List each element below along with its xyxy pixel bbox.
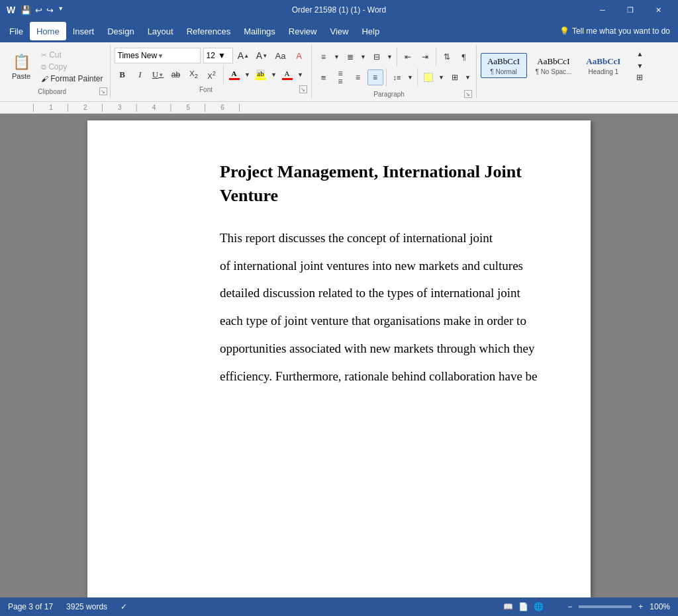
increase-indent-button[interactable]: ⇥ bbox=[417, 49, 433, 65]
multilevel-list-dropdown[interactable]: ▼ bbox=[386, 49, 394, 65]
font-size-selector[interactable]: 12 ▼ bbox=[203, 48, 233, 64]
font-expand-button[interactable]: ↘ bbox=[299, 85, 307, 93]
ruler-content: │ 1 │ 2 │ 3 │ 4 │ 5 │ 6 │ bbox=[5, 102, 673, 114]
line-spacing-button[interactable]: ↕≡ bbox=[389, 69, 405, 85]
style-heading1[interactable]: AaBbCcI Heading 1 bbox=[580, 53, 626, 78]
zoom-slider[interactable] bbox=[579, 605, 632, 608]
format-painter-button[interactable]: 🖌 Format Painter bbox=[38, 73, 105, 85]
font-size-dropdown-arrow: ▼ bbox=[218, 51, 230, 60]
style-normal[interactable]: AaBbCcI ¶ Normal bbox=[481, 53, 527, 78]
ribbon: 📋 Paste ✂ Cut ⧉ Copy 🖌 Format Painter bbox=[0, 42, 678, 102]
multilevel-list-button[interactable]: ⊟ bbox=[369, 49, 385, 65]
numbered-list-dropdown[interactable]: ▼ bbox=[360, 49, 367, 65]
strikethrough-button[interactable]: ab bbox=[168, 67, 184, 83]
copy-icon: ⧉ bbox=[41, 63, 46, 71]
style-normal-preview: AaBbCcI bbox=[487, 56, 520, 67]
tell-me-bar[interactable]: 💡 Tell me what you want to do bbox=[559, 26, 675, 36]
cut-button[interactable]: ✂ Cut bbox=[38, 49, 105, 61]
clear-formatting-button[interactable]: A bbox=[291, 48, 307, 64]
bullet-list-button[interactable]: ≡ bbox=[316, 49, 332, 65]
shading-button[interactable] bbox=[420, 69, 436, 85]
menu-review[interactable]: Review bbox=[282, 22, 324, 40]
align-center-button[interactable]: ≡≡ bbox=[333, 69, 349, 85]
styles-scroll-up[interactable]: ▲ bbox=[632, 48, 648, 60]
italic-button[interactable]: I bbox=[132, 67, 148, 83]
zoom-in-icon[interactable]: + bbox=[638, 602, 643, 611]
subscript-button[interactable]: X2 bbox=[186, 67, 202, 83]
font-color-2-button[interactable]: A bbox=[280, 67, 295, 82]
paragraph-group-label: Paragraph ↘ bbox=[316, 89, 472, 99]
eraser-icon: A bbox=[296, 51, 302, 61]
close-button[interactable]: ✕ bbox=[645, 0, 671, 20]
save-icon[interactable]: 💾 bbox=[21, 5, 31, 15]
title-bar-left: W 💾 ↩ ↪ ▼ bbox=[7, 5, 64, 15]
menu-design[interactable]: Design bbox=[101, 22, 140, 40]
bullet-list-dropdown[interactable]: ▼ bbox=[333, 49, 341, 65]
change-case-button[interactable]: Aa bbox=[273, 48, 289, 64]
paragraph-5: opportunities associated with new market… bbox=[220, 335, 538, 363]
restore-button[interactable]: ❐ bbox=[617, 0, 644, 20]
align-right-button[interactable]: ≡ bbox=[350, 69, 366, 85]
sort-button[interactable]: ⇅ bbox=[439, 49, 455, 65]
styles-scroll-down[interactable]: ▼ bbox=[632, 60, 648, 71]
shading-dropdown[interactable]: ▼ bbox=[438, 69, 446, 85]
print-view-icon[interactable]: 📄 bbox=[518, 602, 528, 611]
decrease-indent-button[interactable]: ⇤ bbox=[400, 49, 416, 65]
style-no-spacing-label: ¶ No Spac... bbox=[536, 68, 572, 75]
title-bar: W 💾 ↩ ↪ ▼ Order 21598 (1) (1) - Word ─ ❐… bbox=[0, 0, 678, 20]
styles-nav: ▲ ▼ ⊞ bbox=[632, 48, 648, 83]
redo-icon[interactable]: ↪ bbox=[46, 5, 54, 15]
para-sep1 bbox=[397, 48, 397, 66]
menu-references[interactable]: References bbox=[180, 22, 237, 40]
scissors-icon: ✂ bbox=[41, 51, 47, 60]
menu-view[interactable]: View bbox=[323, 22, 355, 40]
read-view-icon[interactable]: 📖 bbox=[503, 602, 513, 611]
font-color-2-dropdown[interactable]: ▼ bbox=[297, 67, 305, 83]
numbered-list-button[interactable]: ≣ bbox=[342, 49, 358, 65]
font-family-selector[interactable]: Times New R ▼ bbox=[115, 48, 201, 64]
text-highlight-dropdown[interactable]: ▼ bbox=[244, 67, 252, 83]
zoom-out-icon[interactable]: − bbox=[567, 602, 572, 611]
underline-button[interactable]: U ▼ bbox=[150, 67, 166, 83]
bold-button[interactable]: B bbox=[115, 67, 130, 83]
paragraph-6: efficiency. Furthermore, rationale behin… bbox=[220, 363, 538, 390]
menu-file[interactable]: File bbox=[3, 22, 30, 40]
text-highlight-color-button[interactable]: A bbox=[227, 67, 242, 82]
align-left-button[interactable]: ≡ bbox=[316, 69, 332, 85]
font-color-button[interactable]: ab bbox=[254, 67, 268, 82]
para-sep4 bbox=[417, 68, 418, 87]
font-group: Times New R ▼ 12 ▼ A▲ A▼ Aa A B I U bbox=[111, 45, 312, 98]
decrease-font-size-button[interactable]: A▼ bbox=[254, 48, 270, 64]
style-no-spacing[interactable]: AaBbCcI ¶ No Spac... bbox=[530, 53, 578, 78]
increase-font-size-button[interactable]: A▲ bbox=[236, 48, 252, 64]
customize-qat-icon[interactable]: ▼ bbox=[58, 5, 64, 15]
style-no-spacing-preview: AaBbCcI bbox=[537, 56, 569, 67]
paragraph-1: This report discusses the concept of int… bbox=[220, 224, 538, 252]
menu-bar: File Home Insert Design Layout Reference… bbox=[0, 20, 678, 42]
menu-home[interactable]: Home bbox=[30, 22, 66, 40]
show-formatting-button[interactable]: ¶ bbox=[456, 49, 472, 65]
justify-button[interactable]: ≡ bbox=[367, 69, 383, 85]
undo-icon[interactable]: ↩ bbox=[35, 5, 42, 15]
line-spacing-dropdown[interactable]: ▼ bbox=[407, 69, 414, 85]
document-page[interactable]: Project Management, International Joint … bbox=[87, 120, 591, 597]
menu-mailings[interactable]: Mailings bbox=[237, 22, 282, 40]
styles-more-button[interactable]: ⊞ bbox=[632, 71, 648, 83]
font-color-dropdown[interactable]: ▼ bbox=[270, 67, 278, 83]
paste-button[interactable]: 📋 Paste bbox=[7, 48, 36, 86]
menu-insert[interactable]: Insert bbox=[66, 22, 101, 40]
clipboard-right: ✂ Cut ⧉ Copy 🖌 Format Painter bbox=[36, 48, 107, 86]
menu-help[interactable]: Help bbox=[355, 22, 386, 40]
border-dropdown[interactable]: ▼ bbox=[464, 69, 472, 85]
menu-layout[interactable]: Layout bbox=[141, 22, 180, 40]
border-button[interactable]: ⊞ bbox=[447, 69, 463, 85]
web-view-icon[interactable]: 🌐 bbox=[534, 602, 544, 611]
paragraph-expand-button[interactable]: ↘ bbox=[464, 90, 472, 98]
minimize-button[interactable]: ─ bbox=[589, 0, 616, 20]
clipboard-expand-button[interactable]: ↘ bbox=[99, 87, 107, 95]
superscript-button[interactable]: X2 bbox=[204, 67, 220, 83]
copy-button[interactable]: ⧉ Copy bbox=[38, 61, 105, 73]
text-color-bar bbox=[229, 78, 240, 80]
view-controls: 📖 📄 🌐 bbox=[503, 602, 544, 611]
paragraph-group: ≡ ▼ ≣ ▼ ⊟ ▼ ⇤ ⇥ ⇅ ¶ ≡ ≡≡ ≡ ≡ bbox=[312, 45, 477, 98]
